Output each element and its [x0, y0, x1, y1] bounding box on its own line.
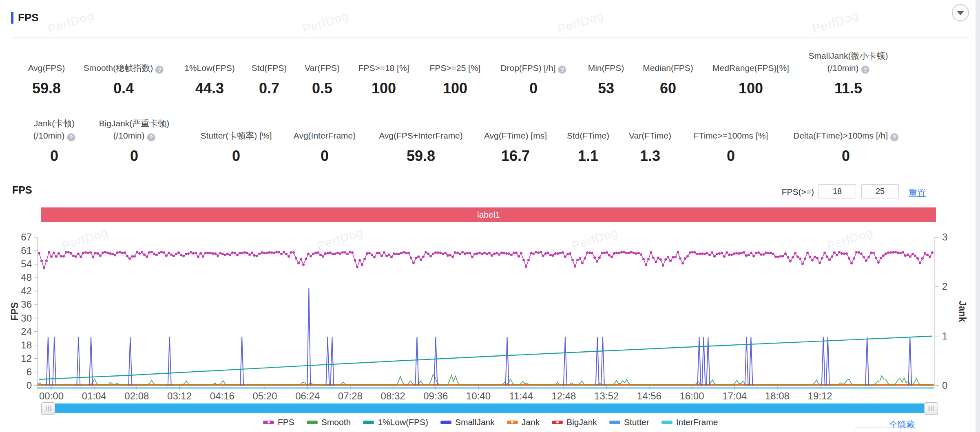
stat-value: 44.3	[184, 80, 235, 97]
legend-item-smalljank[interactable]: SmallJank	[440, 417, 495, 427]
help-icon[interactable]: ?	[155, 66, 164, 74]
series-smalljank-spike	[706, 337, 710, 386]
series-fps-marker	[845, 252, 848, 255]
series-fps-marker	[464, 252, 466, 255]
stat-label-line: Stutter(卡顿率) [%]	[200, 130, 272, 142]
stat-label: Avg(FTime) [ms]	[484, 117, 547, 142]
legend-item-jank[interactable]: Jank	[507, 417, 540, 427]
series-fps-marker	[806, 251, 809, 254]
series-fps-marker	[427, 252, 429, 255]
legend-label: 1%Low(FPS)	[378, 417, 428, 427]
series-fps-marker	[527, 259, 530, 261]
help-icon[interactable]: ?	[147, 133, 155, 141]
x-axis-tick-label: 13:52	[594, 390, 619, 401]
legend-marker-icon	[363, 421, 374, 424]
series-fps-marker	[258, 253, 261, 255]
series-fps-marker	[349, 251, 351, 253]
stat-label-line: Var(FPS)	[305, 62, 340, 74]
series-fps-marker	[53, 252, 55, 254]
series-fps-marker	[314, 251, 317, 254]
chart-scrollbar-left-handle[interactable]	[41, 402, 55, 414]
series-fps-marker	[579, 257, 581, 260]
series-smalljank-spike	[601, 337, 604, 386]
y-axis-right-tick-label: 3	[942, 231, 947, 242]
chart-scrollbar-right-handle[interactable]	[924, 402, 938, 414]
stat-label-line: Std(FTime)	[567, 130, 609, 142]
series-fps-marker	[84, 251, 87, 253]
series-fps-marker	[439, 251, 442, 254]
series-fps-marker	[799, 258, 801, 260]
x-axis-tick-label: 14:56	[637, 390, 661, 401]
stat-label-line: (/10min)?	[33, 130, 75, 142]
legend-item-1-low-fps-[interactable]: 1%Low(FPS)	[363, 417, 428, 427]
series-fps-marker	[681, 262, 684, 264]
series-fps-marker	[119, 251, 121, 253]
help-icon[interactable]: ?	[558, 66, 566, 74]
series-fps-marker	[317, 251, 319, 254]
legend-item-bigjank[interactable]: BigJank	[552, 417, 597, 427]
series-fps-marker	[703, 253, 706, 255]
series-fps-marker	[926, 254, 929, 256]
series-smalljank-spike	[506, 337, 509, 386]
y-axis-right-tick-label: 1	[942, 331, 947, 342]
stat-label: Stutter(卡顿率) [%]	[200, 117, 272, 142]
legend-item-stutter[interactable]: Stutter	[609, 417, 649, 427]
series-fps-marker	[921, 257, 924, 260]
grip-icon	[46, 406, 51, 411]
series-fps-marker	[640, 253, 642, 256]
series-fps-marker	[229, 253, 231, 256]
series-fps-marker	[212, 252, 214, 255]
help-icon[interactable]: ?	[861, 66, 869, 74]
fps-threshold-max-input[interactable]	[861, 184, 899, 198]
stat-item: Var(FPS)0.5	[305, 50, 340, 97]
series-fps-marker	[275, 251, 278, 253]
series-fps-marker	[537, 251, 540, 254]
series-fps-marker	[180, 254, 182, 256]
series-fps-marker	[187, 252, 190, 255]
fps-chart-canvas[interactable]: 6761544842363024181260321000:0001:0402:0…	[0, 220, 980, 432]
series-fps-marker	[150, 251, 153, 253]
series-fps-marker	[544, 252, 547, 255]
series-fps-marker	[853, 257, 855, 260]
stat-item: FPS>=18 [%]100	[358, 50, 409, 97]
series-fps-marker	[841, 252, 843, 255]
series-fps-marker	[268, 251, 270, 253]
collapse-section-button[interactable]	[952, 4, 969, 21]
series-fps-marker	[789, 260, 792, 262]
fps-threshold-min-input[interactable]	[819, 184, 856, 198]
series-fps-marker	[877, 261, 880, 264]
series-fps-marker	[777, 256, 779, 258]
help-icon[interactable]: ?	[890, 133, 898, 141]
series-fps-marker	[493, 253, 496, 255]
series-fps-marker	[376, 252, 378, 254]
chart-scrollbar-track[interactable]	[41, 403, 938, 413]
series-fps-marker	[447, 254, 449, 257]
series-fps-marker	[508, 252, 510, 255]
series-fps-marker	[850, 262, 853, 264]
series-fps-marker	[574, 265, 576, 268]
series-fps-marker	[831, 256, 833, 258]
stat-label: Drop(FPS) [/h]?	[500, 50, 566, 74]
series-fps-marker	[217, 255, 219, 257]
x-axis-tick-label: 04:16	[210, 390, 234, 401]
series-fps-marker	[505, 252, 508, 255]
stat-label: Smooth(稳帧指数)?	[84, 50, 164, 74]
series-fps-marker	[782, 255, 784, 258]
series-fps-marker	[202, 255, 204, 258]
series-fps-marker	[111, 253, 114, 255]
reset-link[interactable]: 重置	[909, 187, 926, 198]
series-fps-marker	[38, 252, 40, 254]
help-icon[interactable]: ?	[67, 133, 75, 141]
legend-item-smooth[interactable]: Smooth	[307, 417, 351, 427]
stat-label: FPS>=18 [%]	[358, 50, 409, 74]
series-smalljank-spike	[908, 337, 911, 386]
series-fps-marker	[102, 251, 104, 254]
series-fps-marker	[442, 253, 444, 255]
legend-item-fps[interactable]: FPS	[263, 417, 294, 427]
legend-item-interframe[interactable]: InterFrame	[661, 417, 718, 427]
x-axis-tick-label: 02:08	[124, 390, 149, 401]
series-fps-marker	[410, 257, 412, 260]
series-fps-marker	[689, 251, 691, 254]
partial-input[interactable]	[856, 428, 900, 432]
series-fps-marker	[373, 256, 376, 258]
